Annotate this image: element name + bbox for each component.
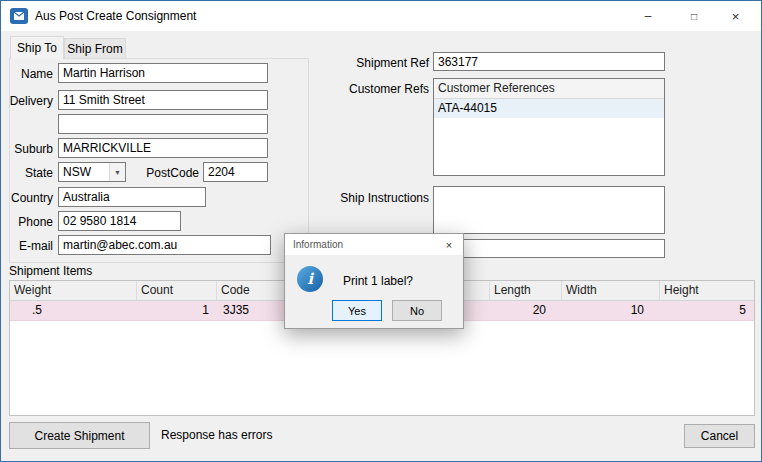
- customer-refs-label: Customer Refs: [331, 82, 429, 96]
- postcode-field[interactable]: [203, 162, 268, 182]
- ship-instructions-extra-field[interactable]: [433, 239, 665, 258]
- column-header-width[interactable]: Width: [562, 281, 660, 300]
- info-icon: i: [297, 266, 323, 292]
- ship-instructions-label: Ship Instructions: [319, 191, 429, 205]
- title-bar[interactable]: Aus Post Create Consignment – □ ×: [1, 1, 761, 31]
- status-text: Response has errors: [161, 428, 272, 442]
- column-header-length[interactable]: Length: [490, 281, 562, 300]
- column-header-count[interactable]: Count: [137, 281, 217, 300]
- cell-height: 5: [660, 301, 754, 320]
- delivery-field[interactable]: [58, 90, 268, 110]
- shipment-ref-field[interactable]: [433, 52, 665, 71]
- close-icon[interactable]: ×: [709, 1, 762, 31]
- yes-button[interactable]: Yes: [332, 300, 382, 321]
- column-header-weight[interactable]: Weight: [10, 281, 137, 300]
- cell-width: 10: [562, 301, 660, 320]
- email-label: E-mail: [7, 239, 53, 253]
- minimize-icon[interactable]: –: [625, 1, 671, 31]
- postcode-label: PostCode: [141, 166, 199, 180]
- state-select[interactable]: NSW ▼: [58, 162, 126, 182]
- shipment-ref-label: Shipment Ref: [331, 56, 429, 70]
- delivery-line2-field[interactable]: [58, 114, 268, 134]
- name-label: Name: [7, 67, 53, 81]
- shipment-items-label: Shipment Items: [9, 264, 92, 278]
- cell-length: 20: [490, 301, 562, 320]
- customer-refs-list[interactable]: Customer References ATA-44015: [433, 78, 665, 176]
- suburb-field[interactable]: [58, 138, 268, 158]
- phone-label: Phone: [7, 215, 53, 229]
- dialog-message: Print 1 label?: [343, 274, 413, 288]
- ship-to-panel: [9, 58, 309, 263]
- state-value: NSW: [63, 165, 91, 179]
- list-item[interactable]: ATA-44015: [434, 99, 664, 118]
- email-field[interactable]: [58, 235, 271, 255]
- cell-count: 1: [137, 301, 217, 320]
- cell-weight: .5: [10, 301, 137, 320]
- phone-field[interactable]: [58, 211, 181, 231]
- state-label: State: [7, 166, 53, 180]
- app-window: Aus Post Create Consignment – □ × Ship T…: [0, 0, 762, 462]
- dialog-close-icon[interactable]: ×: [435, 234, 463, 255]
- tab-ship-to[interactable]: Ship To: [10, 36, 64, 59]
- information-dialog: Information × i Print 1 label? Yes No: [284, 233, 464, 329]
- create-shipment-button[interactable]: Create Shipment: [9, 422, 150, 449]
- app-icon: [9, 6, 29, 26]
- cancel-button[interactable]: Cancel: [684, 424, 755, 448]
- name-field[interactable]: [58, 63, 268, 83]
- delivery-label: Delivery: [7, 94, 53, 108]
- ship-instructions-field[interactable]: [433, 186, 665, 234]
- dialog-title-bar[interactable]: Information ×: [285, 234, 463, 255]
- chevron-down-icon: ▼: [109, 163, 125, 181]
- country-field[interactable]: [58, 187, 206, 207]
- tab-ship-from[interactable]: Ship From: [64, 38, 126, 59]
- dialog-title: Information: [285, 239, 343, 250]
- suburb-label: Suburb: [7, 142, 53, 156]
- column-header-height[interactable]: Height: [660, 281, 754, 300]
- no-button[interactable]: No: [392, 300, 442, 321]
- window-title: Aus Post Create Consignment: [35, 9, 196, 23]
- country-label: Country: [7, 191, 53, 205]
- customer-refs-column-header[interactable]: Customer References: [434, 79, 664, 99]
